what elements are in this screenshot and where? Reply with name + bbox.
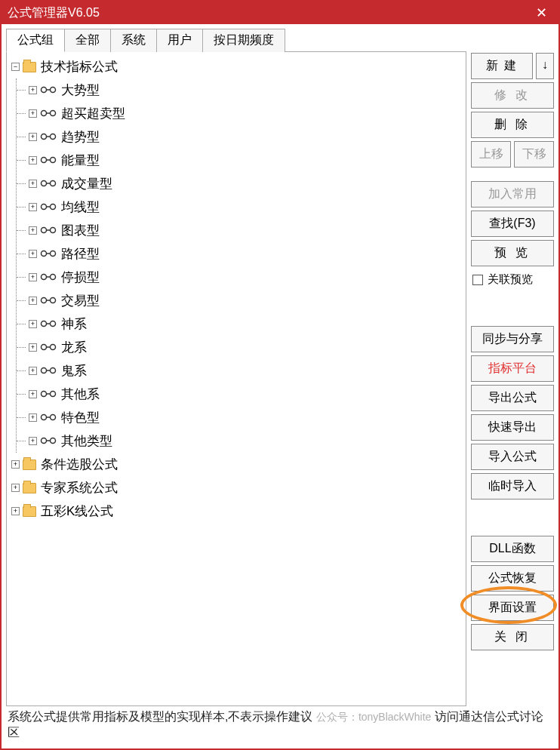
- checkbox-icon[interactable]: [472, 275, 483, 285]
- import-formula-button[interactable]: 导入公式: [471, 444, 554, 470]
- tree-node-item[interactable]: +鬼系: [17, 359, 464, 383]
- move-down-button[interactable]: 下移: [514, 141, 554, 168]
- expand-icon[interactable]: +: [29, 297, 37, 305]
- formula-restore-button[interactable]: 公式恢复: [471, 565, 554, 592]
- tree-node-item[interactable]: +停损型: [17, 266, 464, 289]
- move-up-button[interactable]: 上移: [471, 141, 511, 168]
- preview-button[interactable]: 预 览: [471, 240, 554, 266]
- svg-point-7: [51, 134, 56, 140]
- temp-import-button[interactable]: 临时导入: [471, 473, 554, 499]
- quick-export-button[interactable]: 快速导出: [471, 414, 554, 441]
- expand-icon[interactable]: +: [11, 507, 20, 515]
- find-button[interactable]: 查找(F3): [471, 211, 554, 237]
- svg-point-1: [51, 88, 56, 93]
- svg-point-25: [51, 275, 56, 280]
- expand-icon[interactable]: +: [29, 273, 37, 281]
- tree-node-item[interactable]: +均线型: [17, 195, 464, 219]
- svg-point-34: [51, 345, 56, 350]
- svg-point-33: [42, 345, 47, 350]
- tree-node-item[interactable]: +趋势型: [17, 125, 464, 149]
- expand-icon[interactable]: +: [29, 367, 37, 375]
- titlebar: 公式管理器V6.05 ✕: [2, 2, 558, 24]
- footer: 系统公式提供常用指标及模型的实现样本,不表示操作建议 公众号：tonyBlack…: [6, 706, 554, 744]
- new-dropdown-button[interactable]: ↓: [536, 53, 554, 79]
- expand-icon[interactable]: +: [11, 460, 20, 469]
- tree-node-folder[interactable]: + 条件选股公式: [8, 453, 464, 476]
- export-formula-button[interactable]: 导出公式: [471, 385, 554, 411]
- svg-point-12: [42, 181, 47, 186]
- expand-icon[interactable]: +: [29, 343, 37, 352]
- link-icon: [40, 341, 57, 354]
- tab-formula-group[interactable]: 公式组: [6, 29, 65, 52]
- collapse-icon[interactable]: −: [11, 63, 20, 71]
- new-button[interactable]: 新 建: [471, 53, 533, 79]
- sync-share-button[interactable]: 同步与分享: [471, 326, 554, 352]
- expand-icon[interactable]: +: [29, 180, 37, 188]
- expand-icon[interactable]: +: [11, 484, 20, 492]
- expand-icon[interactable]: +: [29, 86, 37, 94]
- svg-point-6: [42, 134, 47, 140]
- close-icon[interactable]: ✕: [530, 5, 552, 21]
- svg-point-31: [51, 321, 56, 327]
- svg-point-42: [42, 415, 47, 420]
- tree-node-item[interactable]: +成交量型: [17, 172, 464, 195]
- tree-node-item[interactable]: +其他系: [17, 383, 464, 406]
- svg-point-18: [42, 228, 47, 233]
- expand-icon[interactable]: +: [29, 156, 37, 164]
- tree-node-item[interactable]: +超买超卖型: [17, 102, 464, 125]
- tree-label: 大势型: [61, 81, 100, 99]
- expand-icon[interactable]: +: [29, 390, 37, 398]
- tree-node-item[interactable]: +能量型: [17, 149, 464, 172]
- expand-icon[interactable]: +: [29, 437, 37, 445]
- tab-user[interactable]: 用户: [156, 29, 203, 52]
- tree-label: 其他系: [61, 386, 100, 403]
- tree-label: 技术指标公式: [41, 58, 118, 75]
- link-icon: [40, 107, 57, 120]
- tree-label: 能量型: [61, 152, 100, 169]
- expand-icon[interactable]: +: [29, 250, 37, 258]
- dll-function-button[interactable]: DLL函数: [471, 536, 554, 562]
- svg-point-4: [51, 111, 56, 116]
- tree-label: 专家系统公式: [41, 479, 118, 496]
- tree-node-folder[interactable]: + 五彩K线公式: [8, 499, 464, 523]
- close-button[interactable]: 关 闭: [471, 624, 554, 650]
- expand-icon[interactable]: +: [29, 133, 37, 141]
- tree-node-folder[interactable]: + 专家系统公式: [8, 476, 464, 499]
- tree-node-item[interactable]: +大势型: [17, 78, 464, 102]
- tree-node-item[interactable]: +神系: [17, 312, 464, 336]
- tree-node-item[interactable]: +图表型: [17, 219, 464, 242]
- add-common-button[interactable]: 加入常用: [471, 181, 554, 207]
- svg-point-0: [42, 88, 47, 93]
- link-icon: [40, 411, 57, 424]
- tree-label: 条件选股公式: [41, 456, 118, 473]
- expand-icon[interactable]: +: [29, 109, 37, 118]
- tree-label: 龙系: [61, 339, 87, 356]
- ui-settings-button[interactable]: 界面设置: [471, 595, 554, 621]
- tree-node-folder[interactable]: − 技术指标公式: [8, 55, 464, 78]
- svg-point-13: [51, 181, 56, 186]
- link-icon: [40, 294, 57, 307]
- svg-point-9: [42, 158, 47, 163]
- tab-by-date-freq[interactable]: 按日期频度: [202, 29, 285, 52]
- indicator-platform-button[interactable]: 指标平台: [471, 355, 554, 382]
- modify-button[interactable]: 修 改: [471, 82, 554, 109]
- formula-tree[interactable]: − 技术指标公式 +大势型 +超买超卖型 +趋势型 +能量型 +成交量型 +均线…: [6, 51, 466, 706]
- tree-node-item[interactable]: +交易型: [17, 289, 464, 312]
- tree-node-item[interactable]: +路径型: [17, 242, 464, 266]
- expand-icon[interactable]: +: [29, 320, 37, 328]
- tab-all[interactable]: 全部: [64, 29, 111, 52]
- svg-point-28: [51, 298, 56, 303]
- tree-node-item[interactable]: +其他类型: [17, 429, 464, 453]
- expand-icon[interactable]: +: [29, 413, 37, 422]
- expand-icon[interactable]: +: [29, 226, 37, 235]
- svg-point-39: [42, 392, 47, 397]
- link-preview-checkbox-row[interactable]: 关联预览: [471, 269, 554, 290]
- expand-icon[interactable]: +: [29, 203, 37, 211]
- tree-node-item[interactable]: +龙系: [17, 336, 464, 359]
- tree-label: 成交量型: [61, 175, 112, 192]
- link-icon: [40, 318, 57, 330]
- tab-system[interactable]: 系统: [110, 29, 157, 52]
- delete-button[interactable]: 删 除: [471, 112, 554, 138]
- tree-node-item[interactable]: +特色型: [17, 406, 464, 429]
- watermark: 公众号：tonyBlackWhite: [316, 711, 431, 723]
